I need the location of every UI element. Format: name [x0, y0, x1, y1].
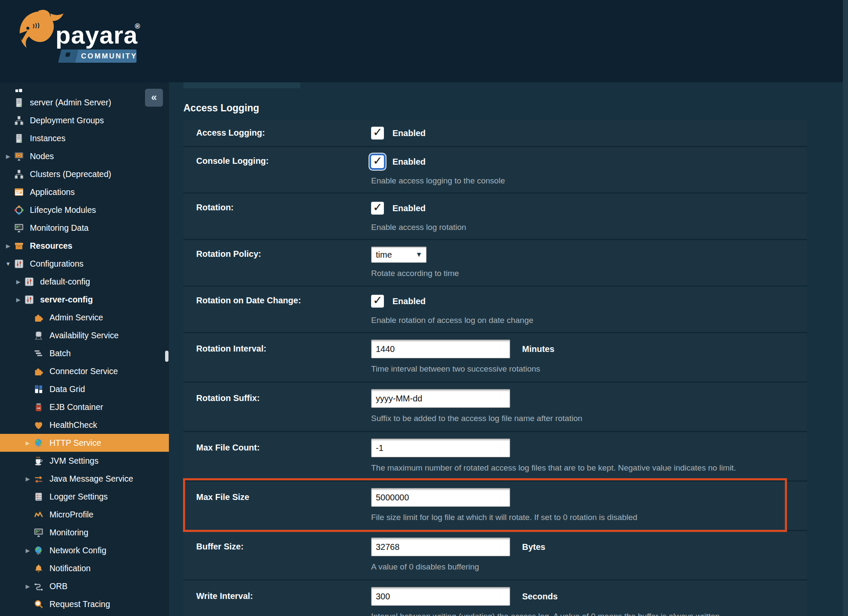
form-row-max-file-size: Max File SizeFile size limit for log fil… — [183, 482, 807, 531]
server-icon — [14, 133, 24, 143]
sidebar-item-label: Data Grid — [49, 384, 85, 394]
checkbox-label: Enabled — [392, 128, 426, 138]
sidebar-item-lifecycle-modules[interactable]: Lifecycle Modules — [0, 201, 169, 219]
console-logging-checkbox[interactable]: ✓ — [371, 155, 384, 168]
sidebar-item-server-config[interactable]: ▶server-config — [0, 291, 169, 308]
sidebar-collapse-button[interactable]: « — [145, 89, 163, 107]
sidebar-item-jvm-settings[interactable]: JVM Settings — [0, 452, 169, 470]
community-badge: COMMUNITY — [61, 49, 136, 63]
sidebar-item-network-config[interactable]: ▶Network Config — [0, 541, 169, 559]
sidebar-item-label: Monitoring — [49, 528, 88, 538]
expand-arrow-icon[interactable]: ▶ — [22, 476, 33, 482]
max-file-size-input[interactable] — [371, 488, 510, 507]
collapse-arrow-icon[interactable]: ▼ — [3, 261, 14, 267]
payara-logo: payara ® COMMUNITY — [16, 5, 153, 69]
page-title: Access Logging — [183, 102, 807, 114]
expand-arrow-icon[interactable]: ▶ — [22, 547, 33, 554]
max-file-count-input[interactable] — [371, 439, 510, 457]
sidebar-item-healthcheck[interactable]: HealthCheck — [0, 416, 169, 434]
page-scrollbar[interactable] — [843, 0, 848, 616]
form-row-rotation-on-date-change: Rotation on Date Change:✓EnabledEnable r… — [183, 287, 807, 333]
sidebar-item-monitoring-data[interactable]: Monitoring Data — [0, 219, 169, 237]
expand-arrow-icon[interactable]: ▶ — [13, 296, 24, 303]
rotation-on-date-change-checkbox[interactable]: ✓ — [371, 295, 384, 308]
puzzle-icon — [33, 366, 44, 376]
sidebar-item-instances[interactable]: Instances — [0, 129, 169, 147]
expand-arrow-icon[interactable]: ▶ — [3, 243, 14, 249]
checkmark-icon: ✓ — [373, 293, 383, 307]
rotation-interval-input[interactable] — [371, 340, 510, 358]
sidebar-item-logger-settings[interactable]: Logger Settings — [0, 488, 169, 506]
rotation-suffix-input[interactable] — [371, 389, 510, 408]
sidebar-item-server-admin-server[interactable]: server (Admin Server) — [0, 93, 169, 111]
sliders-icon — [14, 259, 24, 269]
navigation-tree: server (Admin Server)Deployment GroupsIn… — [0, 82, 169, 616]
sidebar-item-label: Applications — [30, 187, 75, 197]
community-badge-label: COMMUNITY — [81, 49, 137, 63]
field-label: Rotation: — [183, 200, 371, 232]
sidebar-item-java-message-service[interactable]: ▶Java Message Service — [0, 470, 169, 488]
sidebar-item-resources[interactable]: ▶Resources — [0, 237, 169, 255]
sidebar-item-data-grid[interactable]: Data Grid — [0, 380, 169, 398]
sidebar-item-security[interactable]: ▶Security — [0, 613, 169, 616]
sidebar-item-configurations[interactable]: ▼Configurations — [0, 255, 169, 273]
lifecycle-icon — [14, 205, 24, 215]
sidebar-item-label: Notification — [49, 564, 90, 573]
sidebar-item-label: HTTP Service — [49, 438, 101, 448]
sidebar-item-label: Instances — [30, 134, 65, 143]
sidebar-item-orb[interactable]: ▶ORB — [0, 577, 169, 595]
sidebar-item-availability-service[interactable]: Availability Service — [0, 326, 169, 344]
globe-icon — [33, 438, 44, 448]
field-help-text: Interval between writing (updating) the … — [371, 612, 807, 616]
sidebar-item-label: EJB Container — [49, 402, 103, 412]
sidebar-item-notification[interactable]: Notification — [0, 559, 169, 577]
field-help-text: File size limit for log file at which it… — [371, 513, 807, 522]
sidebar-item-nodes[interactable]: ▶Nodes — [0, 147, 169, 165]
field-control-area: ✓Enabled — [371, 125, 807, 141]
sidebar-item-connector-service[interactable]: Connector Service — [0, 362, 169, 380]
sidebar-item-admin-service[interactable]: Admin Service — [0, 308, 169, 326]
content-pane: Access Logging Access Logging:✓EnabledCo… — [169, 82, 848, 616]
write-interval-input[interactable] — [371, 587, 510, 606]
field-help-text: Enable rotation of access log on date ch… — [371, 316, 807, 325]
sidebar-item-label: Configurations — [30, 259, 84, 269]
access-logging-checkbox[interactable]: ✓ — [371, 127, 384, 139]
magnifier-icon — [33, 599, 44, 609]
expand-arrow-icon[interactable]: ▶ — [22, 583, 33, 590]
rotation-policy-select[interactable]: time▼ — [371, 247, 427, 263]
field-label: Max File Count: — [183, 439, 371, 473]
sidebar-item-batch[interactable]: Batch — [0, 344, 169, 362]
sidebar-item-ejb-container[interactable]: JAREJB Container — [0, 398, 169, 416]
brand-name: payara — [55, 20, 138, 49]
sidebar-item-http-service[interactable]: ▶HTTP Service — [0, 434, 169, 452]
field-help-text: Enable access logging to the console — [371, 176, 807, 186]
form-row-rotation-policy: Rotation Policy:time▼Rotate according to… — [183, 240, 807, 287]
unit-label: Bytes — [522, 542, 545, 552]
sidebar-item-monitoring[interactable]: Monitoring — [0, 523, 169, 541]
form-row-access-logging: Access Logging:✓Enabled — [183, 120, 807, 147]
buffer-size-input[interactable] — [371, 538, 510, 556]
field-help-text: The maximum number of rotated access log… — [371, 463, 807, 473]
monitor-icon — [14, 223, 24, 233]
expand-arrow-icon[interactable]: ▶ — [13, 279, 24, 285]
sidebar-item-request-tracing[interactable]: Request Tracing — [0, 595, 169, 613]
expand-arrow-icon[interactable]: ▶ — [3, 153, 14, 160]
expand-arrow-icon[interactable]: ▶ — [22, 440, 33, 446]
registered-mark: ® — [135, 22, 140, 31]
sidebar-item-microprofile[interactable]: MicroProfile — [0, 506, 169, 523]
sidebar-item-label: Connector Service — [49, 366, 118, 376]
navigation-tree-sidebar: « server (Admin Server)Deployment Groups… — [0, 82, 169, 616]
bell-icon — [33, 563, 44, 573]
server-icon — [14, 97, 24, 108]
sidebar-item-deployment-groups[interactable]: Deployment Groups — [0, 111, 169, 129]
sidebar-item-clusters-deprecated[interactable]: Clusters (Deprecated) — [0, 165, 169, 183]
rotation-checkbox[interactable]: ✓ — [371, 202, 384, 215]
field-control-area: File size limit for log file at which it… — [371, 488, 807, 522]
sidebar-scrollbar-thumb[interactable] — [165, 351, 168, 362]
sidebar-item-default-config[interactable]: ▶default-config — [0, 273, 169, 291]
sidebar-item-clipped-top[interactable] — [0, 82, 169, 93]
sidebar-item-applications[interactable]: Applications — [0, 183, 169, 201]
tab-strip-remnant — [183, 82, 300, 88]
apps-icon — [14, 187, 24, 197]
datagrid-icon — [33, 384, 44, 394]
